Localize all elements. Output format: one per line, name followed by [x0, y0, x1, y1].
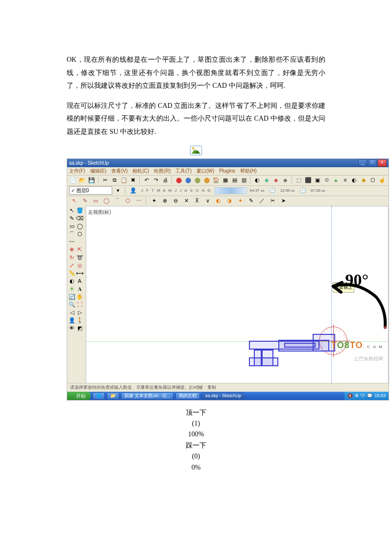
toolbar-row-2: ✓ 图层0 ▾ 👤 J F T M A M J J A S O N D 04:3…: [67, 186, 389, 196]
menu-camera[interactable]: 相机(C): [132, 166, 149, 176]
tool-style-icon[interactable]: ⬤: [202, 176, 211, 185]
sketchup-screenshot: sa.skp - SketchUp _ □ × 文件(F) 编辑(E) 查看(V…: [67, 158, 389, 401]
tool-erase-icon[interactable]: ✖: [129, 176, 137, 185]
tool-shadow-icon[interactable]: ◐: [253, 176, 262, 185]
tray-clock: 15:53: [374, 392, 386, 400]
tool-view-icon[interactable]: ▥: [240, 176, 248, 185]
tool-icon[interactable]: ⊕: [160, 197, 170, 205]
vote-up-label[interactable]: 顶一下: [0, 407, 392, 418]
layer-tool-icon[interactable]: ▾: [113, 186, 123, 195]
taskbar-folder-icon[interactable]: 📁: [107, 392, 119, 400]
tray-icon[interactable]: 🔇: [347, 392, 353, 400]
tool-style-icon[interactable]: ⬤: [175, 176, 183, 185]
menu-plugins[interactable]: Plugins: [219, 166, 235, 176]
tool-icon[interactable]: ⊼: [192, 197, 202, 205]
tool-icon[interactable]: ／: [257, 197, 267, 205]
tool-icon[interactable]: ⊖: [171, 197, 180, 205]
tool-view-icon[interactable]: ▤: [230, 176, 239, 185]
annotation-90deg: 90°: [345, 264, 368, 296]
menu-view[interactable]: 查看(V): [111, 166, 127, 176]
tool-icon[interactable]: ✦: [235, 197, 245, 205]
time-label-1: 04:37 ㏂: [248, 187, 267, 194]
taskbar-item[interactable]: 我的文档: [175, 392, 200, 400]
layer-selector[interactable]: ✓ 图层0: [69, 186, 112, 195]
minimize-button[interactable]: _: [358, 159, 367, 167]
tool-open-icon[interactable]: 📂: [78, 176, 87, 185]
toolbar-row-1: 📄 📂 💾 ✂ ⧉ 📋 ✖ ↶ ↷ 🖨 ⬤ ⬤ ⬤ ⬤ 🏠 ▦ ▤ ▥ ◐ ◆ …: [67, 176, 389, 186]
tool-icon[interactable]: ➤: [278, 197, 288, 205]
maximize-button[interactable]: □: [368, 159, 377, 167]
tool-icon[interactable]: ✂: [268, 197, 277, 205]
tool-plugin-icon[interactable]: ☝: [378, 176, 387, 185]
status-bar: 请选择要放转的角度或输入数值，尽量靠近量角器以便捕捉。[Ctrl]键：复制: [67, 383, 389, 392]
tray-icon[interactable]: 💬: [367, 392, 372, 400]
menu-edit[interactable]: 编辑(E): [90, 166, 106, 176]
paragraph-2-text: 现在可以标注尺寸了，标准的 CAD 立面出来了。这样节省了不上时间，但是要求你建…: [67, 102, 325, 135]
tool-redo-icon[interactable]: ↷: [152, 176, 160, 185]
menu-window[interactable]: 窗口(W): [196, 166, 214, 176]
vote-down-label[interactable]: 踩一下: [0, 440, 392, 451]
tool-look-icon[interactable]: 👁: [68, 325, 75, 332]
tray-icon[interactable]: ⚙: [355, 392, 359, 400]
tool-style-icon[interactable]: ⬤: [193, 176, 201, 185]
months-strip: J F T M A M J J A S O N D: [139, 187, 214, 194]
toolbar-row-3: ↖ ✎ ▭ ◯ ⌒ ⬡ 〰 ✦ ⊕ ⊖ ✕ ⊼ ∨ ◐ ◑ ✦ ✎ ／ ✂ ➤: [67, 196, 389, 206]
tool-icon[interactable]: ⬡: [123, 197, 133, 205]
tool-print-icon[interactable]: 🖨: [161, 176, 170, 185]
tool-house-icon[interactable]: 🏠: [212, 176, 220, 185]
tool-copy-icon[interactable]: ⧉: [110, 176, 119, 185]
tool-icon[interactable]: ✦: [149, 197, 159, 205]
taskbar-item-active[interactable]: sa.skp - SketchUp: [202, 392, 245, 400]
taskbar-ie-icon[interactable]: 🌐: [93, 392, 105, 400]
tool-section-icon[interactable]: ⬛: [304, 176, 312, 185]
tool-plugin-icon[interactable]: ◆: [360, 176, 368, 185]
tool-icon[interactable]: 〰: [134, 197, 144, 205]
tool-icon[interactable]: ↖: [69, 197, 79, 205]
close-button[interactable]: ×: [378, 159, 387, 167]
clock-icon[interactable]: 🕗: [298, 186, 308, 195]
tool-plugin-icon[interactable]: ⬡: [369, 176, 377, 185]
tool-cut-icon[interactable]: ✂: [101, 176, 110, 185]
system-tray[interactable]: 🔇 ⚙ 🛡 💬 15:53: [344, 392, 389, 400]
tool-icon[interactable]: ◐: [214, 197, 223, 205]
tool-section-icon[interactable]: ▣: [313, 176, 321, 185]
model-geometry: [249, 334, 335, 365]
tool-plugin-icon[interactable]: ⚙: [322, 176, 331, 185]
menu-tools[interactable]: 工具(T): [175, 166, 192, 176]
menu-file[interactable]: 文件(F): [69, 166, 85, 176]
tray-icon[interactable]: 🛡: [361, 392, 365, 400]
tool-icon[interactable]: ⌒: [112, 197, 122, 205]
clock-icon[interactable]: 🕘: [268, 186, 277, 195]
tool-plugin-icon[interactable]: ▲: [332, 176, 340, 185]
tool-plugin-icon[interactable]: ◐: [350, 176, 359, 185]
shadow-tool-icon[interactable]: 👤: [128, 186, 138, 195]
tool-new-icon[interactable]: 📄: [69, 176, 77, 185]
tool-undo-icon[interactable]: ↶: [143, 176, 151, 185]
tool-icon[interactable]: ◯: [101, 197, 111, 205]
taskbar-item[interactable]: 新建 文本文档.txt - 记...: [121, 392, 173, 400]
start-button[interactable]: 开始: [67, 392, 91, 400]
menu-help[interactable]: 帮助(H): [240, 166, 257, 176]
paragraph-1: OK，现在所有的线都是在一个平面上了，草图立面出来了，删除那些不应该看到的线，修…: [67, 53, 325, 93]
tool-style-icon[interactable]: ◆: [281, 176, 290, 185]
tool-save-icon[interactable]: 💾: [88, 176, 96, 185]
tool-polygon-icon[interactable]: ⬡: [76, 230, 83, 238]
tool-style-icon[interactable]: ⬤: [184, 176, 192, 185]
tool-icon[interactable]: ∨: [203, 197, 213, 205]
tool-icon[interactable]: ✎: [80, 197, 90, 205]
tool-plugin-icon[interactable]: ≡: [341, 176, 349, 185]
vote-down-percent: 0%: [0, 462, 392, 473]
tool-view-icon[interactable]: ▦: [221, 176, 229, 185]
tool-icon[interactable]: ▭: [91, 197, 100, 205]
time-slider[interactable]: [215, 187, 247, 194]
tool-style-icon[interactable]: ◆: [263, 176, 271, 185]
tool-icon[interactable]: ✕: [181, 197, 191, 205]
viewport[interactable]: 左视图(标) 在蓝轴上 90° TO8TO. C O M 土巴兔教程网: [86, 206, 389, 383]
tool-icon[interactable]: ✎: [246, 197, 256, 205]
tool-style-icon[interactable]: ◆: [272, 176, 280, 185]
tool-section-icon[interactable]: ⬚: [294, 176, 303, 185]
menu-draw[interactable]: 绘图(R): [154, 166, 171, 176]
tool-section-icon[interactable]: ◩: [76, 325, 83, 332]
tool-icon[interactable]: ◑: [224, 197, 234, 205]
tool-paste-icon[interactable]: 📋: [120, 176, 128, 185]
